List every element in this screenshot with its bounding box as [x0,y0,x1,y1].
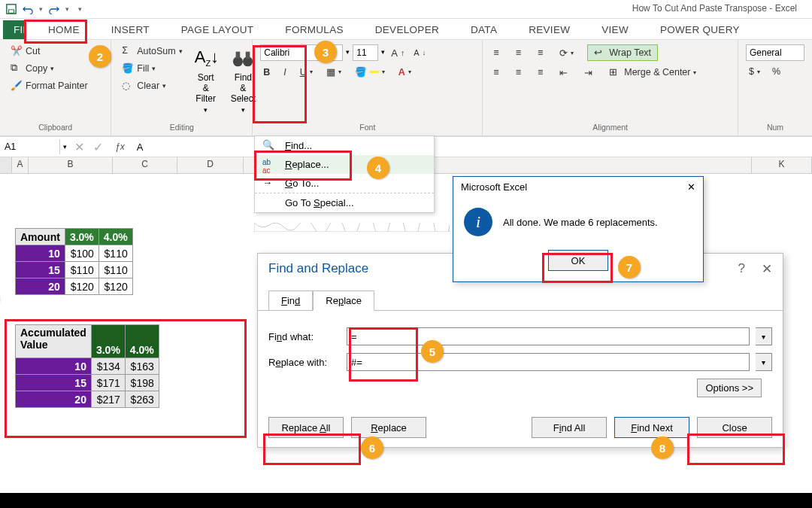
help-button[interactable]: ? [738,261,745,277]
menu-goto-special[interactable]: Go To Special... [255,193,434,212]
group-label-alignment: Alignment [490,120,730,135]
qat-customize-icon[interactable]: ▾ [78,5,82,13]
align-left-button[interactable]: ≡ [490,66,501,78]
enter-icon[interactable]: ✓ [89,140,108,154]
tab-file[interactable]: FILE [3,20,24,39]
cancel-icon[interactable]: ✕ [70,140,89,154]
clear-button[interactable]: ◌Clear ▾ [119,79,185,93]
tab-review[interactable]: REVIEW [521,20,577,39]
formula-text[interactable]: A [132,141,144,153]
col-d[interactable]: D [177,157,244,173]
decrease-indent-button[interactable]: ⇤ [556,66,571,79]
tab-formulas[interactable]: FORMULAS [277,20,350,39]
close-x-button[interactable]: ✕ [762,261,772,277]
align-bottom-button[interactable]: ≡ [535,47,546,59]
align-middle-button[interactable]: ≡ [513,47,524,59]
col-c[interactable]: C [113,157,177,173]
col-k[interactable]: K [752,157,812,173]
group-editing: ΣAutoSum ▾ 🪣Fill ▾ ◌Clear ▾ AZ↓ Sort & F… [111,40,253,135]
sort-filter-button[interactable]: AZ↓ Sort & Filter▾ [190,44,222,117]
tab-home[interactable]: HOME [41,20,87,39]
decrease-font-button[interactable]: A↓ [411,44,429,61]
namebox-dropdown-icon[interactable]: ▾ [60,143,70,151]
copy-button[interactable]: ⧉Copy ▾ [8,62,103,75]
badge-4: 4 [367,157,389,179]
info-icon: i [464,208,492,236]
col-a[interactable]: A [12,157,29,173]
align-right-button[interactable]: ≡ [535,66,546,78]
font-color-button[interactable]: A ▾ [395,66,414,78]
italic-button[interactable]: I [280,66,289,78]
menu-goto[interactable]: →Go To... [255,174,434,193]
increase-font-button[interactable]: A↑ [388,44,408,61]
fill-color-button[interactable]: 🪣 ▾ [352,65,388,78]
table2-pct1[interactable]: 3.0% [91,325,125,358]
table1-pct2[interactable]: 4.0% [98,229,132,245]
percent-button[interactable]: % [769,65,783,78]
fill-button[interactable]: 🪣Fill ▾ [119,62,185,75]
table2-pct2[interactable]: 4.0% [125,325,159,358]
undo-dropdown-icon[interactable]: ▾ [39,5,43,13]
undo-icon[interactable] [23,4,33,14]
find-next-button[interactable]: Find Next [614,417,689,438]
replace-with-input[interactable] [347,353,750,371]
wrap-text-button[interactable]: ↩Wrap Text [587,44,658,61]
options-button[interactable]: Options >> [697,379,762,397]
select-all-corner[interactable] [0,157,12,173]
msgbox-close-icon[interactable]: ✕ [687,181,695,193]
replace-all-button[interactable]: Replace All [268,417,344,438]
orientation-button[interactable]: ⟳▾ [556,47,577,59]
align-center-button[interactable]: ≡ [513,66,524,78]
svg-rect-0 [7,5,16,14]
menu-find[interactable]: 🔍FFind...ind... [255,136,434,155]
size-dropdown-icon[interactable]: ▾ [381,44,385,61]
tab-power-query[interactable]: POWER QUERY [653,20,747,39]
find-history-dropdown[interactable]: ▾ [756,327,772,345]
replace-button[interactable]: Replace [351,417,426,438]
number-format-select[interactable] [746,44,804,61]
tab-insert[interactable]: INSERT [104,20,157,39]
name-box[interactable]: A1 [0,139,60,154]
format-painter-button[interactable]: 🖌️Format Painter [8,79,103,93]
save-icon[interactable] [6,4,17,14]
redo-icon[interactable] [49,4,59,14]
badge-7: 7 [618,256,641,278]
find-what-input[interactable] [347,327,750,345]
table1-header[interactable]: Amount [16,229,65,245]
currency-button[interactable]: $ ▾ [746,65,763,78]
svg-rect-5 [246,52,250,59]
align-top-button[interactable]: ≡ [490,47,501,59]
group-label-number: Num [746,120,804,135]
replace-history-dropdown[interactable]: ▾ [756,353,772,371]
tab-find-dialog[interactable]: Find [268,291,313,311]
find-all-button[interactable]: Find All [532,417,607,438]
table1-pct1[interactable]: 3.0% [65,229,98,245]
menu-replace[interactable]: abacReplace... [255,155,434,174]
sort-icon: AZ↓ [195,47,217,70]
sigma-icon: Σ [122,45,134,57]
close-button[interactable]: Close [697,417,772,438]
table2-header[interactable]: Accumulated Value [16,325,92,358]
merge-center-button[interactable]: ⊞Merge & Center ▾ [606,65,699,79]
borders-button[interactable]: ▦ ▾ [323,65,344,78]
fill-icon: 🪣 [122,62,134,75]
msgbox-ok-button[interactable]: OK [548,250,608,271]
autosum-button[interactable]: ΣAutoSum ▾ [119,44,185,58]
tab-page-layout[interactable]: PAGE LAYOUT [174,20,262,39]
col-b[interactable]: B [29,157,113,173]
tab-developer[interactable]: DEVELOPER [368,20,447,39]
merge-icon: ⊞ [609,66,621,78]
find-select-menu: 🔍FFind...ind... abacReplace... →Go To...… [254,135,435,213]
svg-rect-1 [9,10,14,13]
font-dropdown-icon[interactable]: ▾ [346,44,350,61]
redo-dropdown-icon[interactable]: ▾ [65,5,69,13]
tab-view[interactable]: VIEW [594,20,636,39]
tab-data[interactable]: DATA [463,20,504,39]
underline-button[interactable]: U ▾ [297,66,316,78]
bold-button[interactable]: B [260,66,273,78]
tab-replace-dialog[interactable]: Replace [313,291,374,311]
increase-indent-button[interactable]: ⇥ [581,66,595,79]
fx-icon[interactable]: ƒx [108,141,132,152]
font-size-select[interactable] [353,44,378,61]
badge-6: 6 [361,437,383,459]
